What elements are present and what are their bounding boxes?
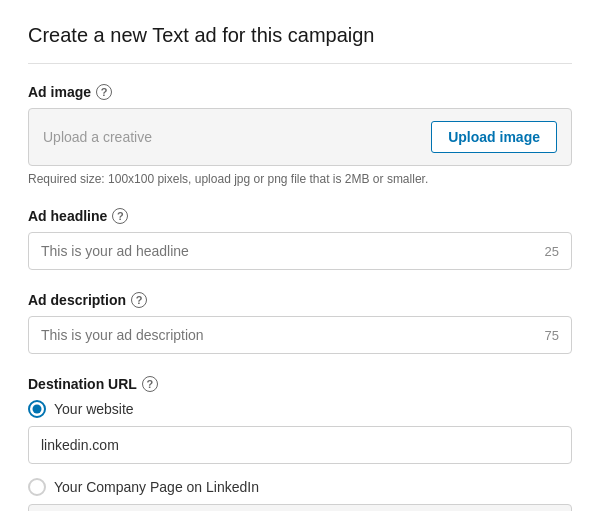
ad-description-input[interactable] (29, 317, 533, 353)
page-title: Create a new Text ad for this campaign (28, 24, 572, 64)
upload-image-button[interactable]: Upload image (431, 121, 557, 153)
website-radio-input[interactable] (28, 400, 46, 418)
ad-description-section: Ad description ? 75 (28, 292, 572, 354)
company-page-select-wrapper: Company Page ▼ (28, 504, 572, 511)
image-upload-box: Upload a creative Upload image (28, 108, 572, 166)
upload-placeholder: Upload a creative (43, 129, 152, 145)
ad-headline-input-wrapper: 25 (28, 232, 572, 270)
company-page-radio-input[interactable] (28, 478, 46, 496)
ad-headline-label: Ad headline ? (28, 208, 572, 224)
ad-description-help-icon[interactable]: ? (131, 292, 147, 308)
ad-image-section: Ad image ? Upload a creative Upload imag… (28, 84, 572, 186)
ad-description-char-count: 75 (533, 328, 571, 343)
destination-url-label: Destination URL ? (28, 376, 572, 392)
ad-headline-input[interactable] (29, 233, 533, 269)
company-page-radio-option[interactable]: Your Company Page on LinkedIn (28, 478, 572, 496)
website-radio-label: Your website (54, 401, 134, 417)
ad-image-label: Ad image ? (28, 84, 572, 100)
website-radio-option[interactable]: Your website (28, 400, 572, 418)
ad-headline-char-count: 25 (533, 244, 571, 259)
ad-headline-help-icon[interactable]: ? (112, 208, 128, 224)
company-page-radio-label: Your Company Page on LinkedIn (54, 479, 259, 495)
ad-image-help-icon[interactable]: ? (96, 84, 112, 100)
ad-headline-section: Ad headline ? 25 (28, 208, 572, 270)
company-page-select[interactable]: Company Page (28, 504, 572, 511)
ad-description-label: Ad description ? (28, 292, 572, 308)
destination-url-help-icon[interactable]: ? (142, 376, 158, 392)
destination-url-section: Destination URL ? Your website Your Comp… (28, 376, 572, 511)
image-helper-text: Required size: 100x100 pixels, upload jp… (28, 172, 572, 186)
website-url-input[interactable] (28, 426, 572, 464)
ad-description-input-wrapper: 75 (28, 316, 572, 354)
